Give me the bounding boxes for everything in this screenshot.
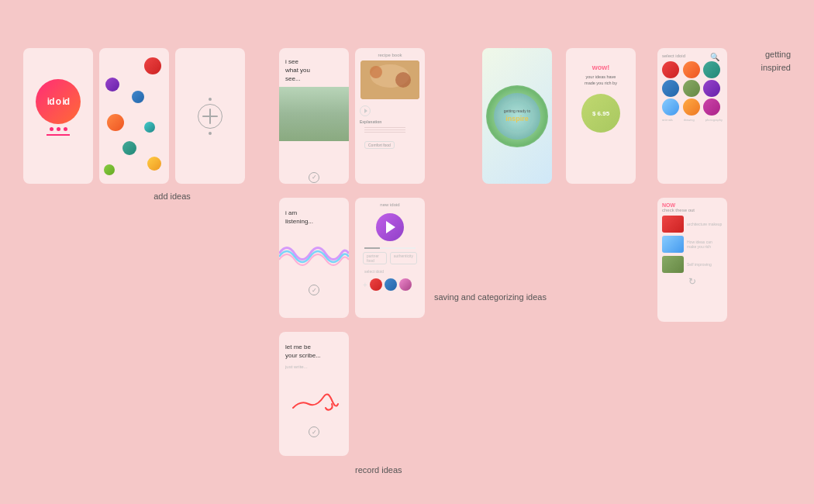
logo-dot: [50, 127, 53, 131]
add-ideas-label: add ideas: [99, 192, 245, 201]
isee-check: ✓: [279, 172, 349, 183]
select-idoid-row: +: [360, 275, 420, 291]
select-header: select idoid 🔍: [662, 53, 723, 61]
select-item[interactable]: [703, 80, 720, 97]
logo-text: id o id: [47, 96, 69, 107]
select-item[interactable]: [662, 98, 679, 116]
select-item[interactable]: [703, 98, 720, 116]
listening-card: i amlistening... ✓: [279, 198, 349, 318]
nowcheck-text-1: architecture makeup: [687, 222, 722, 227]
search-icon[interactable]: 🔍: [710, 53, 719, 61]
scribe-drawing: [279, 369, 349, 423]
recipe-explanation: Explanation Comfort food: [355, 119, 425, 151]
nowcheck-image-1: [662, 216, 684, 233]
plus-card: [175, 48, 245, 184]
inspire-container: getting ready to inspire: [482, 48, 552, 184]
plus-dot-bottom: [209, 132, 212, 135]
select-item[interactable]: [662, 61, 679, 78]
svg-point-2: [370, 66, 382, 78]
bubbles-card: [99, 48, 169, 184]
inspire-text: getting ready to inspire: [504, 109, 530, 124]
saving-label: saving and categorizing ideas: [434, 291, 547, 304]
wow-amount: $ 6.95: [581, 94, 620, 133]
inspire-subtitle: getting ready to: [504, 109, 530, 114]
bubble: [147, 157, 161, 171]
isee-card: i seewhat yousee... ✓: [279, 48, 349, 184]
expl-line: [364, 127, 405, 128]
listening-check: ✓: [279, 285, 349, 295]
select-item[interactable]: [683, 98, 700, 116]
listening-text: i amlistening...: [279, 198, 349, 230]
saving-text: saving and categorizing ideas: [434, 292, 547, 302]
bubble: [105, 78, 119, 91]
recipe-title: recipe book: [355, 48, 425, 57]
expl-line: [364, 129, 405, 130]
newidoid-controls: partner food authenticity: [363, 252, 417, 264]
nowcheck-item-3: Self improving: [662, 256, 723, 273]
recipe-play-area: [355, 102, 425, 119]
select-idoid-label: select idoid: [360, 268, 420, 275]
newidoid-play-button[interactable]: [376, 213, 404, 241]
bubble: [144, 122, 155, 133]
nowcheck-title: check these out: [662, 208, 723, 212]
select-labels: animals drawing photography: [662, 118, 723, 122]
cat-label-3: photography: [705, 118, 723, 122]
getting-inspired-label: getting inspired: [761, 48, 791, 74]
plus-vertical: [209, 109, 211, 124]
logo-dots: [23, 127, 93, 131]
select-title: select idoid: [662, 54, 685, 58]
recipe-card: recipe book Explanation Comfort food: [355, 48, 425, 184]
idoid-avatar-1[interactable]: [370, 278, 382, 291]
isee-image: [279, 87, 349, 141]
scribe-illustration: [285, 377, 343, 416]
idoid-avatar-2[interactable]: [385, 278, 397, 291]
svg-point-3: [395, 72, 411, 88]
scribe-check: ✓: [279, 426, 349, 437]
newidoid-title: new idoid: [360, 202, 420, 207]
plus-icon: [198, 104, 222, 129]
expl-lines: [360, 124, 420, 136]
wow-subtitle: your ideas havemade you rich by: [585, 74, 617, 86]
select-item[interactable]: [683, 80, 700, 97]
authenticity-button[interactable]: authenticity: [390, 252, 417, 264]
select-item[interactable]: [683, 61, 700, 78]
nowcheck-text-3: Self improving: [687, 262, 712, 268]
progress-bar: [364, 247, 416, 249]
getting-text: getting: [765, 50, 791, 59]
wow-title: wow!: [592, 64, 610, 71]
check-circle: ✓: [309, 426, 319, 437]
plus-dot-top: [209, 98, 212, 101]
play-button-small[interactable]: [360, 105, 371, 116]
bubble: [144, 57, 161, 74]
recipe-image: [360, 60, 420, 99]
nowcheck-card: NOW check these out architecture makeup …: [657, 198, 727, 322]
nowcheck-image-3: [662, 256, 684, 273]
add-idoid-button[interactable]: +: [363, 281, 367, 289]
select-card: select idoid 🔍 animals drawing photograp…: [657, 48, 727, 184]
wave-illustration: [279, 238, 349, 269]
expl-line: [364, 132, 405, 133]
bubble: [107, 114, 124, 131]
inspired-text: inspired: [761, 63, 791, 72]
idoid-avatar-3[interactable]: [399, 278, 412, 291]
select-grid: [662, 61, 723, 116]
cat-label-1: animals: [662, 118, 673, 122]
logo-dot: [57, 127, 60, 131]
isee-flowers: [279, 87, 349, 141]
scribe-card: let me beyour scribe... just write... ✓: [279, 332, 349, 456]
check-circle: ✓: [309, 172, 319, 183]
play-icon: [386, 221, 395, 233]
play-triangle-icon: [364, 109, 367, 113]
refresh-icon[interactable]: ↻: [662, 276, 723, 287]
comfort-button[interactable]: Comfort food: [364, 141, 395, 149]
now-label: NOW: [662, 202, 723, 208]
bubble: [132, 91, 144, 103]
cat-label-2: drawing: [684, 118, 695, 122]
logo-line: [47, 134, 70, 136]
inspire-card: getting ready to inspire: [482, 48, 552, 184]
select-item[interactable]: [703, 61, 720, 78]
partner-food-button[interactable]: partner food: [363, 252, 387, 264]
logo-circle: id o id: [36, 79, 81, 124]
scribe-text: let me beyour scribe...: [279, 332, 349, 364]
select-item[interactable]: [662, 80, 679, 97]
